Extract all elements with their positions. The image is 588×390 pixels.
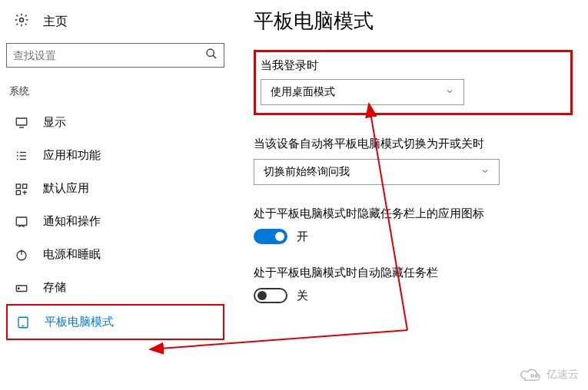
sidebar-item-notifications[interactable]: 通知和操作 — [6, 205, 224, 238]
sidebar-item-label: 应用和功能 — [43, 148, 101, 163]
auto-hide-label: 处于平板电脑模式时自动隐藏任务栏 — [254, 266, 573, 280]
svg-rect-11 — [16, 184, 20, 188]
section-label: 系统 — [6, 81, 224, 106]
notifications-icon — [14, 215, 29, 229]
sidebar-item-label: 电源和睡眠 — [43, 247, 101, 262]
search-input[interactable] — [13, 49, 205, 61]
home-link[interactable]: 主页 — [6, 6, 224, 37]
power-icon — [14, 248, 29, 262]
auto-hide-group: 处于平板电脑模式时自动隐藏任务栏 关 — [254, 266, 573, 303]
hide-icons-label: 处于平板电脑模式时隐藏任务栏上的应用图标 — [254, 207, 573, 221]
default-apps-icon — [14, 182, 29, 196]
highlight-login-group: 当我登录时 使用桌面模式 — [254, 50, 573, 115]
login-label: 当我登录时 — [261, 58, 566, 73]
auto-switch-label: 当该设备自动将平板电脑模式切换为开或关时 — [254, 137, 573, 151]
apps-icon — [14, 149, 29, 163]
watermark: 亿速云 — [519, 367, 579, 382]
svg-rect-13 — [16, 190, 20, 194]
sidebar-item-storage[interactable]: 存储 — [6, 271, 224, 304]
sidebar-item-tablet-mode[interactable]: 平板电脑模式 — [6, 304, 224, 340]
tablet-icon — [15, 316, 31, 329]
svg-rect-12 — [23, 184, 27, 188]
monitor-icon — [14, 116, 29, 130]
svg-point-25 — [536, 375, 538, 377]
svg-point-18 — [18, 288, 20, 289]
svg-point-1 — [207, 49, 214, 56]
main-content: 平板电脑模式 当我登录时 使用桌面模式 当该设备自动将平板电脑模式切换为开或关时… — [231, 0, 588, 390]
hide-icons-toggle[interactable] — [254, 229, 287, 244]
svg-line-2 — [213, 55, 216, 58]
login-dropdown[interactable]: 使用桌面模式 — [261, 79, 464, 105]
sidebar-item-label: 平板电脑模式 — [45, 315, 114, 329]
sidebar-item-default-apps[interactable]: 默认应用 — [6, 172, 224, 205]
dropdown-value: 使用桌面模式 — [271, 85, 335, 99]
sidebar-item-display[interactable]: 显示 — [6, 106, 224, 139]
sidebar-item-label: 默认应用 — [43, 181, 89, 196]
sidebar-item-label: 通知和操作 — [43, 214, 101, 229]
auto-switch-group: 当该设备自动将平板电脑模式切换为开或关时 切换前始终询问我 — [254, 137, 573, 185]
gear-icon — [14, 12, 29, 31]
storage-icon — [14, 281, 29, 295]
chevron-down-icon — [480, 165, 490, 179]
chevron-down-icon — [445, 85, 454, 99]
sidebar-item-label: 显示 — [43, 115, 66, 130]
sidebar: 主页 系统 显示 应用和功能 默认应用 通知和操作 电源和睡眠 — [0, 0, 231, 390]
toggle-knob — [275, 232, 284, 241]
page-title: 平板电脑模式 — [254, 8, 573, 35]
search-box[interactable] — [6, 43, 224, 68]
hide-icons-group: 处于平板电脑模式时隐藏任务栏上的应用图标 开 — [254, 207, 573, 244]
toggle-state: 关 — [297, 289, 308, 303]
watermark-text: 亿速云 — [546, 368, 579, 382]
svg-point-0 — [20, 18, 24, 22]
sidebar-item-label: 存储 — [43, 280, 66, 295]
sidebar-item-apps[interactable]: 应用和功能 — [6, 139, 224, 172]
svg-rect-14 — [16, 217, 27, 226]
search-icon — [205, 48, 218, 63]
toggle-knob — [257, 291, 267, 300]
auto-switch-dropdown[interactable]: 切换前始终询问我 — [254, 159, 500, 185]
sidebar-item-power[interactable]: 电源和睡眠 — [6, 238, 224, 271]
svg-rect-3 — [16, 118, 27, 125]
toggle-state: 开 — [297, 230, 308, 244]
home-label: 主页 — [43, 14, 68, 30]
auto-hide-toggle[interactable] — [254, 288, 287, 303]
svg-point-24 — [531, 375, 533, 377]
dropdown-value: 切换前始终询问我 — [264, 165, 350, 179]
